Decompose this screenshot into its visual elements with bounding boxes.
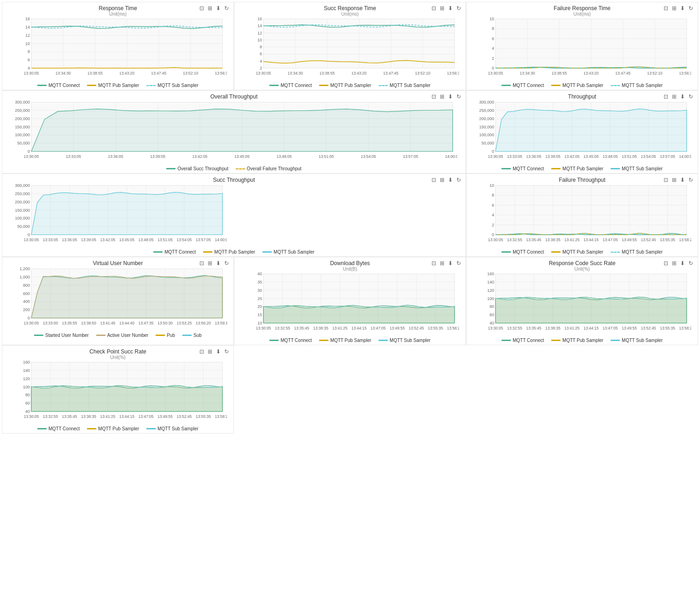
svg-text:13:34:30: 13:34:30 — [288, 71, 303, 75]
fullscreen-icon[interactable]: ⊞ — [439, 5, 445, 12]
fullscreen-icon[interactable]: ⊞ — [671, 177, 677, 183]
svg-text:6: 6 — [28, 58, 30, 62]
svg-text:13:45:05: 13:45:05 — [583, 154, 599, 159]
svg-text:13:56:35: 13:56:35 — [447, 71, 459, 75]
fullscreen-icon[interactable]: ⊞ — [207, 348, 213, 355]
chart-subtitle-check-point-succ-rate: Unit(%) — [6, 355, 230, 360]
svg-text:13:54:05: 13:54:05 — [361, 154, 376, 159]
refresh-icon[interactable]: ↻ — [223, 348, 230, 355]
svg-text:13:38:35: 13:38:35 — [313, 326, 328, 330]
expand-icon[interactable]: ⊡ — [663, 5, 669, 12]
legend-item: MQTT Connect — [502, 166, 544, 171]
svg-text:13:55:35: 13:55:35 — [660, 326, 675, 330]
svg-text:40: 40 — [257, 272, 262, 276]
svg-text:13:49:55: 13:49:55 — [390, 326, 405, 330]
fullscreen-icon[interactable]: ⊞ — [671, 5, 677, 12]
expand-icon[interactable]: ⊡ — [431, 177, 437, 183]
expand-icon[interactable]: ⊡ — [198, 348, 205, 355]
chart-icons-failure-throughput: ⊡⊞⬇↻ — [663, 177, 694, 183]
expand-icon[interactable]: ⊡ — [663, 93, 669, 100]
chart-title-check-point-succ-rate: Check Point Succ Rate — [6, 348, 230, 355]
fullscreen-icon[interactable]: ⊞ — [439, 260, 445, 266]
fullscreen-icon[interactable]: ⊞ — [671, 260, 677, 266]
legend-label: MQTT Sub Sampler — [622, 338, 663, 343]
svg-text:60: 60 — [490, 312, 494, 317]
chart-icons-succ-throughput: ⊡⊞⬇↻ — [431, 177, 462, 183]
svg-text:8: 8 — [28, 49, 30, 54]
expand-icon[interactable]: ⊡ — [198, 5, 205, 12]
svg-text:0: 0 — [492, 232, 494, 237]
download-icon[interactable]: ⬇ — [679, 260, 686, 266]
chart-area-succ-throughput: 300,000250,000200,000150,000100,00050,00… — [6, 183, 462, 248]
expand-icon[interactable]: ⊡ — [431, 260, 437, 266]
fullscreen-icon[interactable]: ⊞ — [671, 93, 677, 100]
chart-title-overall-throughput: Overall Throughput — [6, 93, 462, 100]
refresh-icon[interactable]: ↻ — [455, 260, 462, 266]
chart-area-response-code-succ-rate: 16014012010080604013:30:0513:32:5513:35:… — [470, 272, 694, 336]
download-icon[interactable]: ⬇ — [679, 93, 686, 100]
legend-label: MQTT Connect — [164, 249, 196, 255]
chart-icons-response-code-succ-rate: ⊡⊞⬇↻ — [663, 260, 694, 266]
svg-text:14: 14 — [257, 23, 262, 28]
svg-text:13:54:05: 13:54:05 — [641, 154, 656, 159]
refresh-icon[interactable]: ↻ — [223, 5, 230, 12]
refresh-icon[interactable]: ↻ — [455, 5, 462, 12]
svg-text:50,000: 50,000 — [17, 224, 30, 229]
download-icon[interactable]: ⬇ — [215, 348, 222, 355]
fullscreen-icon[interactable]: ⊞ — [439, 93, 445, 100]
expand-icon[interactable]: ⊡ — [431, 93, 437, 100]
download-icon[interactable]: ⬇ — [215, 5, 222, 12]
svg-text:14: 14 — [25, 25, 30, 29]
fullscreen-icon[interactable]: ⊞ — [207, 5, 213, 12]
svg-text:8: 8 — [492, 26, 494, 31]
chart-area-failure-response-time: 108642013:30:0513:34:3013:38:5513:43:201… — [470, 17, 694, 81]
download-icon[interactable]: ⬇ — [679, 5, 686, 12]
svg-text:13:45:05: 13:45:05 — [234, 154, 250, 159]
refresh-icon[interactable]: ↻ — [688, 177, 694, 183]
download-icon[interactable]: ⬇ — [447, 93, 454, 100]
chart-cell-succ-response-time: Succ Response TimeUnit(ms)⊡⊞⬇↻1614121086… — [234, 2, 466, 90]
svg-text:0: 0 — [492, 66, 494, 70]
svg-text:13:48:05: 13:48:05 — [602, 154, 618, 159]
fullscreen-icon[interactable]: ⊞ — [439, 177, 445, 183]
chart-cell-response-code-succ-rate: Response Code Succ RateUnit(%)⊡⊞⬇↻160140… — [466, 257, 698, 345]
legend-item: MQTT Connect — [37, 426, 80, 431]
chart-title-succ-response-time: Succ Response Time — [238, 5, 462, 12]
legend-succ-throughput: MQTT ConnectMQTT Pub SamplerMQTT Sub Sam… — [6, 249, 462, 255]
refresh-icon[interactable]: ↻ — [688, 93, 694, 100]
download-icon[interactable]: ⬇ — [447, 260, 454, 266]
chart-icons-failure-response-time: ⊡⊞⬇↻ — [663, 5, 694, 12]
expand-icon[interactable]: ⊡ — [663, 177, 669, 183]
svg-text:13:56:20: 13:56:20 — [196, 321, 211, 325]
legend-item: Overall Succ Throughput — [166, 166, 228, 171]
legend-failure-response-time: MQTT ConnectMQTT Pub SamplerMQTT Sub Sam… — [470, 83, 694, 88]
svg-text:14:00:05: 14:00:05 — [445, 154, 457, 159]
svg-text:13:47:05: 13:47:05 — [602, 237, 618, 242]
download-icon[interactable]: ⬇ — [447, 177, 454, 183]
refresh-icon[interactable]: ↻ — [455, 177, 462, 183]
expand-icon[interactable]: ⊡ — [663, 260, 669, 266]
refresh-icon[interactable]: ↻ — [688, 260, 694, 266]
legend-label: MQTT Pub Sampler — [562, 166, 603, 171]
refresh-icon[interactable]: ↻ — [455, 93, 462, 100]
svg-text:0: 0 — [28, 149, 30, 154]
svg-text:13:35:45: 13:35:45 — [294, 326, 309, 330]
expand-icon[interactable]: ⊡ — [198, 260, 205, 266]
svg-text:13:58:25: 13:58:25 — [215, 414, 227, 419]
svg-text:16: 16 — [25, 17, 30, 21]
svg-text:250,000: 250,000 — [15, 191, 30, 196]
refresh-icon[interactable]: ↻ — [223, 260, 230, 266]
legend-label: MQTT Connect — [513, 249, 544, 255]
download-icon[interactable]: ⬇ — [447, 5, 454, 12]
fullscreen-icon[interactable]: ⊞ — [207, 260, 213, 266]
download-icon[interactable]: ⬇ — [679, 177, 686, 183]
svg-text:13:32:55: 13:32:55 — [275, 326, 290, 330]
svg-text:40: 40 — [25, 409, 30, 414]
legend-item: MQTT Sub Sampler — [146, 83, 198, 88]
expand-icon[interactable]: ⊡ — [431, 5, 437, 12]
svg-text:13:51:05: 13:51:05 — [622, 154, 637, 159]
svg-text:13:48:05: 13:48:05 — [138, 237, 153, 242]
svg-text:13:47:35: 13:47:35 — [138, 321, 153, 325]
refresh-icon[interactable]: ↻ — [688, 5, 694, 12]
download-icon[interactable]: ⬇ — [215, 260, 222, 266]
